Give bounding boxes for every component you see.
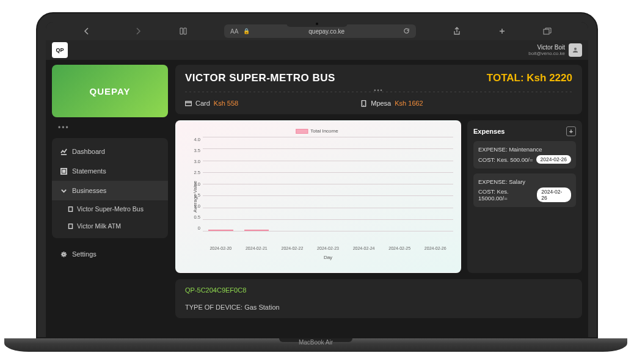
nav-settings[interactable]: Settings [52, 244, 168, 264]
y-tick: 2.5 [181, 170, 200, 175]
y-tick: 0 [181, 225, 200, 231]
device-card: QP-5C204C9EF0C8 TYPE OF DEVICE: Gas Stat… [175, 279, 582, 318]
expense-item[interactable]: EXPENSE: SalaryCOST: Kes. 15000.00/=2024… [473, 173, 576, 207]
avatar[interactable] [569, 43, 582, 57]
business-item-milkatm[interactable]: Victor Milk ATM [52, 217, 168, 235]
text-size-label[interactable]: AA [230, 28, 238, 35]
reader-icon[interactable] [179, 27, 188, 35]
bar [208, 230, 233, 231]
business-label: Victor Super-Metro Bus [77, 205, 144, 213]
new-tab-icon[interactable] [498, 27, 506, 35]
user-email: boit@veno.co.ke [528, 51, 565, 56]
menu-dots-icon[interactable]: ••• [52, 123, 168, 132]
brand-card[interactable]: QUEPAY [52, 65, 168, 117]
y-tick: 3.0 [181, 159, 200, 164]
expense-label: EXPENSE: Salary [478, 178, 571, 185]
payment-card: Card Ksh 558 [185, 100, 238, 107]
user-name: Victor Boit [528, 44, 565, 51]
nav-label: Businesses [72, 187, 106, 194]
app-topbar: QP Victor Boit boit@veno.co.ke [46, 40, 588, 60]
expense-item[interactable]: EXPENSE: MaintenanceCOST: Kes. 500.00/=2… [473, 141, 576, 169]
payment-amount: Ksh 1662 [395, 100, 423, 107]
y-tick: 0.5 [181, 214, 200, 220]
nav-businesses[interactable]: Businesses [52, 181, 168, 200]
payment-method: Mpesa [371, 100, 391, 107]
svg-point-4 [63, 253, 65, 255]
reload-icon[interactable] [403, 27, 410, 35]
x-tick: 2024-02-24 [346, 246, 382, 250]
x-tick: 2024-02-26 [417, 246, 453, 250]
bar [244, 230, 269, 231]
business-item-supermetro[interactable]: Victor Super-Metro Bus [52, 200, 168, 217]
svg-rect-0 [544, 29, 549, 34]
bar-slot [203, 230, 239, 231]
nav-label: Settings [72, 250, 97, 258]
expense-cost: COST: Kes. 500.00/= [478, 156, 533, 163]
header-card: VICTOR SUPER-METRO BUS TOTAL: Ksh 2220 C… [175, 65, 582, 114]
lock-icon: 🔒 [243, 28, 250, 34]
share-icon[interactable] [453, 27, 461, 35]
laptop-model-label: MacBook Air [299, 339, 333, 346]
svg-rect-2 [69, 206, 73, 211]
x-tick: 2024-02-23 [310, 246, 346, 250]
expense-date-chip: 2024-02-26 [536, 155, 571, 164]
chart-legend: Total Income [296, 128, 338, 134]
tabs-icon[interactable] [543, 27, 552, 35]
expense-label: EXPENSE: Maintenance [478, 146, 571, 153]
svg-rect-3 [69, 224, 73, 228]
document-icon [68, 206, 73, 212]
app-logo[interactable]: QP [52, 42, 68, 58]
expenses-title: Expenses [473, 128, 505, 135]
nav-label: Dashboard [72, 148, 105, 155]
device-type: TYPE OF DEVICE: Gas Station [185, 304, 572, 311]
url-text: quepay.co.ke [255, 28, 398, 35]
y-axis-label: Average Value [192, 181, 198, 213]
separator [185, 92, 572, 92]
y-tick: 4.0 [181, 137, 200, 142]
x-tick: 2024-02-25 [382, 246, 418, 250]
gear-icon [60, 251, 67, 258]
expense-cost: COST: Kes. 15000.00/= [478, 188, 537, 202]
page-title: VICTOR SUPER-METRO BUS [185, 72, 335, 84]
laptop-notch [286, 21, 348, 27]
card-icon [185, 100, 192, 107]
phone-icon [360, 100, 367, 107]
list-icon [60, 168, 67, 175]
legend-label: Total Income [310, 128, 338, 134]
bar-slot [239, 230, 275, 231]
x-axis-label: Day [203, 255, 453, 260]
payment-mpesa: Mpesa Ksh 1662 [360, 100, 423, 107]
x-tick: 2024-02-21 [239, 246, 275, 250]
svg-rect-5 [185, 101, 191, 105]
x-tick: 2024-02-22 [274, 246, 310, 250]
expenses-card: Expenses + EXPENSE: MaintenanceCOST: Kes… [467, 120, 582, 273]
total-label: TOTAL: Ksh 2220 [487, 72, 572, 84]
laptop-base: MacBook Air [4, 338, 627, 352]
chart-line-icon [60, 148, 67, 155]
add-expense-button[interactable]: + [566, 126, 576, 136]
x-tick: 2024-02-20 [203, 246, 239, 250]
chevron-down-icon [60, 187, 67, 194]
payment-amount: Ksh 558 [214, 100, 238, 107]
chart-card: Total Income Average Value 4.03.53.02.52… [175, 120, 461, 273]
nav-dashboard[interactable]: Dashboard [52, 142, 168, 161]
nav-statements[interactable]: Statements [52, 161, 168, 181]
legend-swatch [296, 129, 308, 134]
device-id: QP-5C204C9EF0C8 [185, 286, 572, 294]
business-label: Victor Milk ATM [77, 222, 121, 230]
expense-date-chip: 2024-02-26 [537, 187, 571, 202]
back-icon[interactable] [82, 27, 91, 35]
y-tick: 3.5 [181, 148, 200, 153]
payment-method: Card [195, 100, 210, 107]
nav-menu: Dashboard Statements Businesses [52, 138, 168, 238]
document-icon [68, 224, 73, 229]
nav-label: Statements [72, 167, 106, 175]
forward-icon[interactable] [134, 27, 142, 35]
